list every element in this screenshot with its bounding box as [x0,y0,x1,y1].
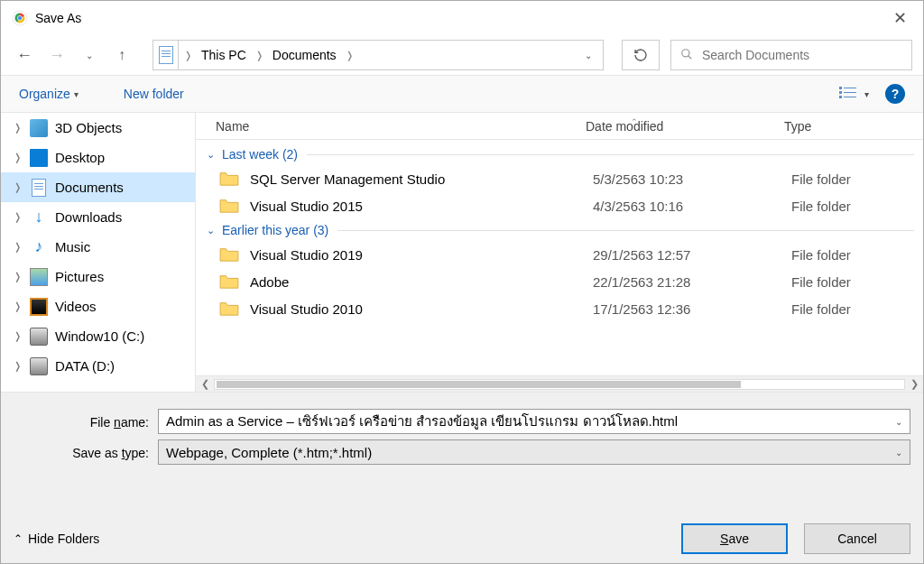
column-date[interactable]: ⌃Date modified [586,119,784,134]
chevron-down-icon: ⌄ [207,149,215,161]
scroll-thumb[interactable] [217,381,741,388]
breadcrumb-folder[interactable]: Documents [269,48,340,62]
tree-label: Window10 (C:) [55,328,144,344]
folder-tree[interactable]: ❭ 3D Objects ❭ Desktop ❭ Documents ❭ ↓ D… [1,113,196,392]
svg-rect-9 [839,96,842,98]
chevron-down-icon[interactable]: ⌄ [895,417,902,427]
chevron-right-icon[interactable]: ❭ [14,152,23,163]
file-row[interactable]: Visual Studio 2019 29/1/2563 12:57 File … [196,241,923,268]
chevron-up-icon: ⌃ [14,532,23,545]
location-icon [153,41,179,69]
close-button[interactable]: ✕ [884,8,916,28]
chevron-right-icon[interactable]: ❭ [14,330,23,342]
address-dropdown[interactable]: ⌄ [574,51,603,60]
file-row[interactable]: SQL Server Management Studio 5/3/2563 10… [196,165,923,192]
file-date: 29/1/2563 12:57 [593,247,791,263]
file-type: File folder [791,247,851,263]
pictures-icon [30,268,48,286]
file-row[interactable]: Adobe 22/1/2563 21:28 File folder [196,268,923,295]
breadcrumb-root[interactable]: This PC [198,48,250,62]
file-date: 17/1/2563 12:36 [593,301,791,317]
chevron-right-icon[interactable]: ❭ [179,50,198,61]
tree-item-drive-c[interactable]: ❭ Window10 (C:) [1,321,195,351]
drive-icon [30,357,48,375]
file-date: 5/3/2563 10:23 [593,171,791,187]
save-button[interactable]: Save [681,523,788,554]
back-button[interactable]: ← [12,42,37,68]
tree-item-downloads[interactable]: ❭ ↓ Downloads [1,202,195,232]
chevron-right-icon[interactable]: ❭ [14,181,23,193]
group-last-week[interactable]: ⌄ Last week (2) [196,143,923,165]
filename-label: File name: [14,414,158,430]
chevron-right-icon[interactable]: ❭ [250,50,269,61]
file-row[interactable]: Visual Studio 2015 4/3/2563 10:16 File f… [196,192,923,219]
savetype-value: Webpage, Complete (*.htm;*.html) [166,445,895,460]
chevron-right-icon[interactable]: ❭ [14,211,23,223]
downloads-icon: ↓ [30,208,48,227]
tree-item-desktop[interactable]: ❭ Desktop [1,143,195,172]
file-date: 22/1/2563 21:28 [593,274,791,290]
new-folder-button[interactable]: New folder [124,87,184,101]
sort-indicator-icon: ⌃ [631,117,638,126]
chevron-down-icon: ▾ [74,89,79,99]
chevron-right-icon[interactable]: ❭ [14,122,23,134]
chevron-down-icon[interactable]: ⌄ [895,448,902,458]
column-type[interactable]: Type [784,119,923,134]
folder-icon [219,198,239,214]
history-dropdown[interactable]: ⌄ [77,42,102,68]
savetype-label: Save as type: [14,445,158,460]
title-bar: Save As ✕ [1,1,923,35]
chevron-right-icon[interactable]: ❭ [14,360,23,372]
tree-label: 3D Objects [55,120,122,135]
refresh-button[interactable] [622,40,660,70]
file-name: SQL Server Management Studio [250,171,593,187]
search-box[interactable] [670,40,912,70]
chevron-right-icon[interactable]: ❭ [14,241,23,253]
scroll-left-icon[interactable]: ❮ [196,378,214,390]
file-row[interactable]: Visual Studio 2010 17/1/2563 12:36 File … [196,295,923,322]
search-input[interactable] [702,48,902,62]
view-options-button[interactable] [836,81,861,106]
organize-menu[interactable]: Organize ▾ [19,87,79,101]
svg-rect-7 [839,91,842,94]
documents-icon [30,179,48,197]
scroll-right-icon[interactable]: ❯ [905,378,923,390]
tree-label: Desktop [55,150,105,165]
filename-input[interactable]: Admin as a Service – เซิร์ฟเวอร์ เครือข่… [158,409,910,434]
group-earlier-year[interactable]: ⌄ Earlier this year (3) [196,219,923,241]
tree-item-pictures[interactable]: ❭ Pictures [1,262,195,291]
file-list-pane: Name ⌃Date modified Type ⌄ Last week (2)… [196,113,923,392]
file-date: 4/3/2563 10:16 [593,199,791,214]
cancel-button[interactable]: Cancel [804,523,910,554]
tree-item-music[interactable]: ❭ ♪ Music [1,232,195,262]
hide-folders-toggle[interactable]: ⌃ Hide Folders [14,532,99,546]
help-button[interactable]: ? [885,84,905,104]
file-list[interactable]: ⌄ Last week (2) SQL Server Management St… [196,140,923,375]
nav-bar: ← → ⌄ ↑ ❭ This PC ❭ Documents ❭ ⌄ [1,35,923,75]
new-folder-label: New folder [124,87,184,101]
toolbar: Organize ▾ New folder ▾ ? [1,75,923,113]
file-type: File folder [791,199,851,214]
column-name[interactable]: Name [216,119,586,134]
svg-rect-6 [844,88,856,88]
folder-icon [219,273,239,290]
savetype-combo[interactable]: Webpage, Complete (*.htm;*.html) ⌄ [158,439,910,465]
tree-item-3d-objects[interactable]: ❭ 3D Objects [1,113,195,143]
tree-label: Videos [55,299,97,314]
tree-item-drive-d[interactable]: ❭ DATA (D:) [1,351,195,381]
filename-value: Admin as a Service – เซิร์ฟเวอร์ เครือข่… [166,411,895,432]
chevron-right-icon[interactable]: ❭ [14,300,23,312]
address-bar[interactable]: ❭ This PC ❭ Documents ❭ ⌄ [152,40,604,70]
tree-item-documents[interactable]: ❭ Documents [1,172,195,202]
chevron-right-icon[interactable]: ❭ [14,271,23,282]
3d-objects-icon [30,119,48,137]
up-button[interactable]: ↑ [109,42,134,68]
chevron-right-icon[interactable]: ❭ [340,50,359,61]
tree-item-videos[interactable]: ❭ Videos [1,291,195,321]
horizontal-scrollbar[interactable]: ❮ ❯ [196,375,923,392]
folder-icon [219,246,239,263]
svg-point-3 [682,49,689,56]
forward-button[interactable]: → [44,42,69,68]
view-dropdown[interactable]: ▾ [864,89,869,99]
file-name: Visual Studio 2015 [250,199,593,214]
